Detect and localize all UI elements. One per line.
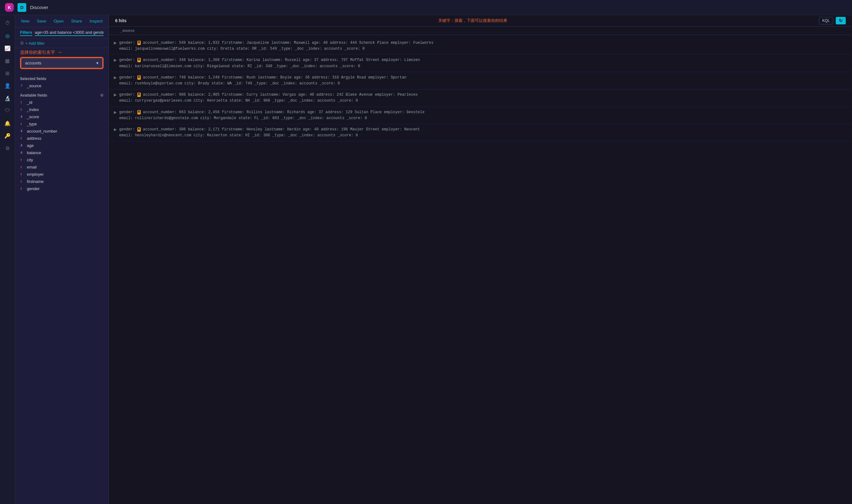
expand-arrow[interactable]: ▶ [114,75,117,80]
result-line-1: gender: M account_number: 549 balance: 1… [119,40,847,46]
table-row[interactable]: ▶ gender: M account_number: 663 balance:… [109,107,852,124]
sidebar-item-discover[interactable]: ◎ [2,30,13,41]
save-button[interactable]: Save [36,18,48,24]
result-line-1: gender: M account_number: 348 balance: 1… [119,57,847,63]
fields-panel: Selected fields ? _source Available fiel… [15,72,108,504]
field-item-email[interactable]: t email [20,163,104,171]
field-name-employer: employer [27,172,43,177]
results-actions: KQL ↻ [819,17,846,24]
sidebar-item-dashboard[interactable]: ▦ [2,55,13,66]
field-item-firstname[interactable]: t firstname [20,178,104,185]
top-bar: K D Discover [0,0,852,15]
field-item-account_number[interactable]: # account_number [20,128,104,135]
filter-input-wrapper [35,30,104,36]
sidebar-item-ml[interactable]: 🔬 [2,92,13,104]
icon-sidebar: ⏱ ◎ 📈 ▦ ⊞ 👤 🔬 🛡 🔔 🔑 ⚙ [0,15,15,504]
field-item-city[interactable]: t city [20,156,104,163]
field-list: t _id t _index # _score t _type # accoun… [20,99,104,192]
field-type-icon: t [21,158,25,162]
share-button[interactable]: Share [70,18,83,24]
kql-button[interactable]: KQL [819,17,833,24]
sidebar-item-key[interactable]: 🔑 [2,130,13,141]
field-item-_type[interactable]: t _type [20,120,104,128]
field-item-_score[interactable]: # _score [20,113,104,120]
discover-logo: D [18,3,26,12]
field-item-balance[interactable]: # balance [20,149,104,156]
open-button[interactable]: Open [53,18,65,24]
field-type-icon: # [21,144,25,147]
field-name: _source [27,84,41,88]
field-name-_id: _id [27,100,32,105]
result-line-2: email: jacquelinemaxwell@fuelworks.com c… [119,46,847,52]
filters-label[interactable]: Filters [20,30,32,36]
result-line-2: email: rushboyle@sportan.com city: Brady… [119,81,847,87]
field-type-icon: t [21,180,25,183]
result-content: gender: M account_number: 306 balance: 2… [119,127,847,139]
result-line-1: gender: M account_number: 749 balance: 1… [119,75,847,81]
expand-arrow[interactable]: ▶ [114,92,117,97]
table-row[interactable]: ▶ gender: M account_number: 960 balance:… [109,89,852,107]
field-name-firstname: firstname [27,179,43,184]
add-filter-button[interactable]: + Add filter [25,41,45,46]
kibana-logo: K [5,3,14,12]
sidebar-item-clock[interactable]: ⏱ [2,18,13,29]
filter-bar: Filters [15,28,108,39]
expand-arrow[interactable]: ▶ [114,127,117,132]
field-type-icon: t [21,187,25,191]
field-item-_id[interactable]: t _id [20,99,104,106]
field-type-icon: # [21,129,25,133]
result-line-2: email: karinarussell@limozen.com city: R… [119,64,847,69]
field-item-gender[interactable]: t gender [20,185,104,192]
refresh-button[interactable]: ↻ [836,17,846,24]
expand-arrow[interactable]: ▶ [114,58,117,62]
field-name-account_number: account_number [27,129,57,133]
field-type-icon: t [21,137,25,140]
expand-arrow[interactable]: ▶ [114,41,117,45]
left-panel: New Save Open Share Inspect Filters ⚙ + … [15,15,109,504]
field-name-_index: _index [27,107,39,112]
expand-arrow[interactable]: ▶ [114,110,117,114]
field-name-address: address [27,136,41,141]
field-item-age[interactable]: # age [20,142,104,149]
field-item-address[interactable]: t address [20,135,104,142]
field-type-icon: t [21,101,25,104]
table-row[interactable]: ▶ gender: M account_number: 306 balance:… [109,124,852,141]
table-row[interactable]: ▶ gender: M account_number: 749 balance:… [109,72,852,89]
field-type-icon: t [21,108,25,111]
filter-input[interactable] [35,30,104,35]
result-line-2: email: hensleyhardin@neocent.com city: R… [119,132,847,139]
field-item-employer[interactable]: t employer [20,171,104,178]
main-layout: ⏱ ◎ 📈 ▦ ⊞ 👤 🔬 🛡 🔔 🔑 ⚙ New Save Open Shar… [0,15,852,504]
sidebar-item-user[interactable]: 👤 [2,80,13,91]
table-row[interactable]: ▶ gender: M account_number: 348 balance:… [109,55,852,72]
available-fields-settings-icon[interactable]: ⚙ [100,93,104,97]
result-content: gender: M account_number: 348 balance: 1… [119,57,847,69]
field-name-_score: _score [27,114,39,119]
table-row[interactable]: ▶ gender: M account_number: 549 balance:… [109,37,852,55]
available-fields-title: Available fields ⚙ [20,93,104,97]
sidebar-item-visualize[interactable]: 📈 [2,42,13,54]
field-type-icon: ? [21,84,25,88]
add-filter-row: ⚙ + Add filter [15,39,108,48]
field-item-_index[interactable]: t _index [20,106,104,113]
field-type-icon: # [21,151,25,155]
sidebar-item-maps[interactable]: ⊞ [2,68,13,79]
field-name-email: email [27,165,37,169]
index-selector[interactable]: accounts ▾ [21,57,103,69]
field-type-icon: t [21,122,25,126]
inspect-button[interactable]: Inspect [88,18,104,24]
sidebar-item-security[interactable]: 🛡 [2,105,13,116]
field-item-source[interactable]: ? _source [20,82,104,89]
result-content: gender: M account_number: 749 balance: 1… [119,75,847,87]
results-header: _source [109,26,852,35]
result-line-2: email: rollinsrichards@geostele.com city… [119,115,847,121]
sidebar-item-alerts[interactable]: 🔔 [2,118,13,129]
sidebar-item-settings[interactable]: ⚙ [2,143,13,154]
index-selector-container: accounts ▾ [20,57,104,69]
results-list: ▶ gender: M account_number: 549 balance:… [109,35,852,504]
new-button[interactable]: New [20,18,31,24]
hits-count: 6 hits [115,18,127,23]
result-content: gender: M account_number: 663 balance: 2… [119,109,847,121]
gear-icon[interactable]: ⚙ [20,41,24,46]
index-value: accounts [25,61,41,65]
